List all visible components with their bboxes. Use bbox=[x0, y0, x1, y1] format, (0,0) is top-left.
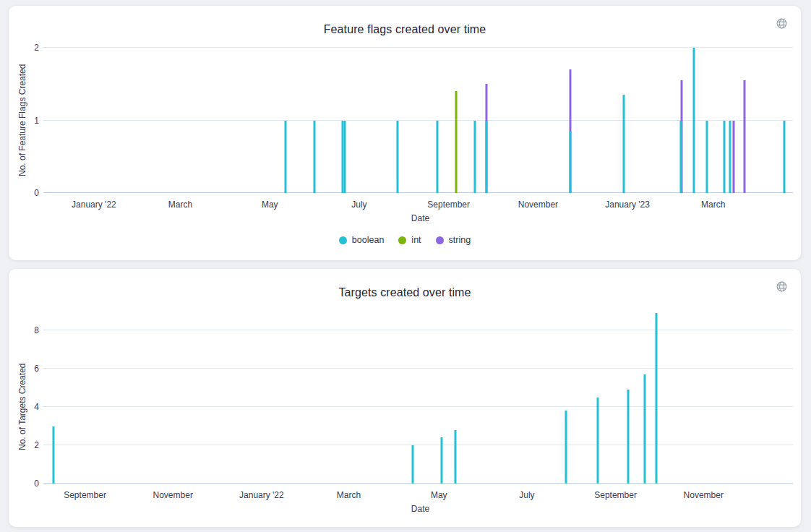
bar-boolean[interactable] bbox=[437, 121, 439, 194]
x-tick-label: November bbox=[153, 490, 193, 500]
x-tick-label: September bbox=[594, 490, 637, 500]
legend-item-int[interactable]: int bbox=[398, 235, 421, 245]
x-tick-label: March bbox=[168, 200, 192, 210]
x-tick-label: November bbox=[518, 200, 558, 210]
bar-boolean[interactable] bbox=[344, 121, 346, 194]
bar-boolean[interactable] bbox=[441, 437, 443, 484]
bar-string[interactable] bbox=[732, 121, 734, 194]
x-tick-label: May bbox=[431, 490, 447, 500]
legend-item-string[interactable]: string bbox=[436, 235, 471, 245]
x-tick-label: March bbox=[337, 490, 361, 500]
globe-icon-button[interactable] bbox=[773, 15, 789, 31]
bar-boolean[interactable] bbox=[53, 426, 55, 484]
x-tick-label: January '23 bbox=[605, 200, 650, 210]
x-tick-label: November bbox=[684, 490, 724, 500]
feature-flags-chart-card: Feature flags created over time No. of F… bbox=[9, 6, 801, 260]
y-tick-label: 2 bbox=[22, 439, 39, 451]
globe-icon bbox=[776, 17, 788, 30]
y-tick-label: 0 bbox=[22, 187, 39, 199]
y-tick-label: 8 bbox=[22, 325, 39, 336]
legend-label: string bbox=[449, 235, 471, 245]
y-tick-mark bbox=[43, 368, 48, 369]
bar-boolean[interactable] bbox=[486, 121, 488, 194]
bar-boolean[interactable] bbox=[314, 121, 316, 194]
bar-boolean[interactable] bbox=[569, 132, 571, 193]
gridline bbox=[48, 47, 793, 48]
y-tick-mark bbox=[43, 47, 48, 48]
gridline bbox=[48, 445, 793, 445]
gridline bbox=[48, 368, 793, 369]
legend: booleanintstring bbox=[9, 235, 801, 245]
y-tick-mark bbox=[43, 192, 48, 193]
x-tick-label: January '22 bbox=[72, 200, 116, 210]
x-tick-label: September bbox=[427, 200, 470, 210]
bar-boolean[interactable] bbox=[692, 48, 695, 193]
legend-item-boolean[interactable]: boolean bbox=[339, 235, 385, 245]
bar-boolean[interactable] bbox=[643, 374, 645, 484]
bar-boolean[interactable] bbox=[783, 121, 785, 194]
x-axis-title: Date bbox=[411, 213, 429, 223]
y-tick-label: 6 bbox=[22, 363, 39, 374]
x-tick-label: January '22 bbox=[239, 490, 284, 500]
bar-string[interactable] bbox=[743, 80, 745, 193]
x-tick-label: May bbox=[262, 200, 278, 210]
y-tick-label: 4 bbox=[22, 401, 39, 413]
y-tick-label: 2 bbox=[22, 42, 39, 53]
bar-boolean[interactable] bbox=[656, 313, 658, 484]
legend-dot-icon bbox=[339, 236, 347, 244]
bar-boolean[interactable] bbox=[454, 430, 456, 484]
globe-icon-button[interactable] bbox=[773, 278, 789, 294]
bar-boolean[interactable] bbox=[622, 95, 625, 193]
bar-boolean[interactable] bbox=[565, 411, 567, 484]
legend-label: int bbox=[411, 235, 421, 245]
y-tick-mark bbox=[43, 483, 48, 484]
legend-label: boolean bbox=[352, 235, 385, 245]
bar-boolean[interactable] bbox=[396, 121, 398, 194]
plot-area: No. of Feature Flags Created Date 012Jan… bbox=[48, 48, 793, 193]
chart-title: Feature flags created over time bbox=[9, 23, 801, 36]
y-tick-label: 0 bbox=[22, 478, 39, 489]
y-tick-mark bbox=[43, 120, 48, 121]
chart-title: Targets created over time bbox=[9, 286, 801, 299]
bar-boolean[interactable] bbox=[729, 121, 731, 194]
bar-boolean[interactable] bbox=[596, 398, 598, 484]
plot-area: No. of Targets Created Date 02468Septemb… bbox=[48, 330, 793, 484]
globe-icon bbox=[776, 280, 788, 293]
y-tick-mark bbox=[43, 406, 48, 407]
bar-int[interactable] bbox=[455, 91, 457, 193]
x-tick-label: July bbox=[351, 200, 366, 210]
bar-boolean[interactable] bbox=[412, 445, 414, 484]
bar-boolean[interactable] bbox=[706, 121, 708, 194]
bar-boolean[interactable] bbox=[284, 121, 286, 194]
bar-boolean[interactable] bbox=[473, 121, 476, 194]
bar-boolean[interactable] bbox=[627, 390, 630, 484]
gridline bbox=[48, 406, 793, 407]
y-tick-label: 1 bbox=[22, 115, 39, 126]
bar-boolean[interactable] bbox=[724, 121, 726, 194]
legend-dot-icon bbox=[398, 236, 406, 244]
x-tick-label: July bbox=[519, 490, 534, 500]
gridline bbox=[48, 330, 793, 330]
x-tick-label: September bbox=[64, 490, 106, 500]
targets-chart-card: Targets created over time No. of Targets… bbox=[9, 269, 801, 527]
bar-boolean[interactable] bbox=[680, 121, 682, 194]
legend-dot-icon bbox=[436, 236, 444, 244]
x-tick-label: March bbox=[701, 200, 725, 210]
x-axis-line bbox=[48, 483, 793, 484]
y-tick-mark bbox=[43, 330, 48, 330]
y-tick-mark bbox=[43, 445, 48, 445]
x-axis-title: Date bbox=[411, 504, 429, 514]
